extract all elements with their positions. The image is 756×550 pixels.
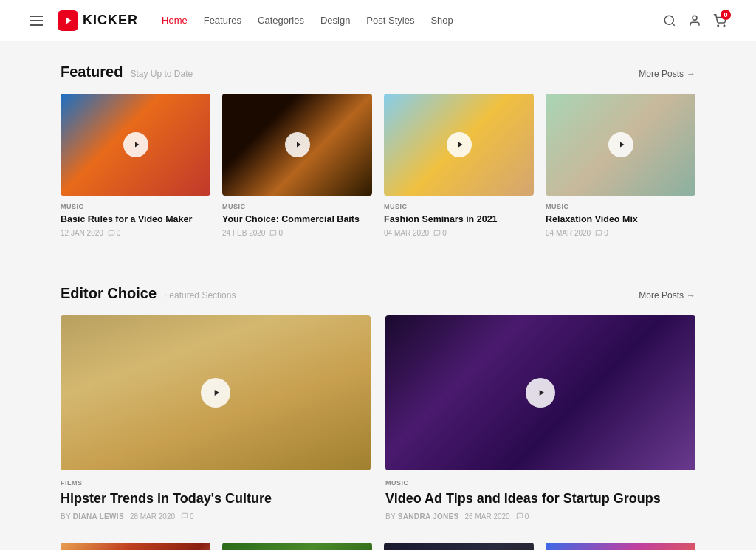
editor-card-title-0: Hipster Trends in Today's Culture	[61, 490, 371, 507]
svg-point-0	[664, 16, 673, 24]
editor-meta-1: BY SANDRA JONES 26 MAR 2020 0	[385, 512, 695, 520]
bottom-thumb-3	[546, 543, 695, 550]
featured-card-3[interactable]: MUSIC Relaxation Video Mix 04 MAR 2020 0	[546, 94, 695, 237]
bottom-thumb-2	[384, 543, 534, 550]
header-left: KICKER Home Features Categories Design P…	[30, 10, 453, 31]
featured-card-0[interactable]: MUSIC Basic Rules for a Video Maker 12 J…	[61, 94, 210, 237]
comment-icon-3: 0	[595, 229, 608, 237]
header: KICKER Home Features Categories Design P…	[0, 0, 756, 41]
nav-home[interactable]: Home	[162, 15, 188, 26]
featured-card-1[interactable]: MUSIC Your Choice: Commercial Baits 24 F…	[222, 94, 372, 237]
featured-thumb-0	[61, 94, 210, 196]
logo-text: KICKER	[83, 13, 138, 28]
editor-category-1: MUSIC	[385, 479, 695, 487]
editor-card-1[interactable]: MUSIC Video Ad Tips and Ideas for Startu…	[385, 315, 695, 520]
play-button-1[interactable]	[285, 132, 310, 157]
svg-point-4	[724, 25, 725, 27]
editor-subtitle: Featured Sections	[164, 290, 236, 300]
featured-more-posts[interactable]: More Posts →	[639, 69, 695, 79]
featured-grid: MUSIC Basic Rules for a Video Maker 12 J…	[61, 94, 695, 237]
card-meta-0: 12 JAN 2020 0	[61, 229, 210, 237]
bottom-thumb-1	[222, 543, 372, 550]
comment-icon-1: 0	[269, 229, 283, 237]
play-logo-icon	[62, 15, 74, 27]
editor-thumb-1	[385, 315, 695, 470]
editor-comment-icon-0: 0	[181, 512, 194, 520]
editor-thumb-0	[61, 315, 371, 470]
featured-thumb-2	[384, 94, 534, 196]
bottom-card-2[interactable]	[384, 543, 534, 550]
comment-icon-2: 0	[433, 229, 447, 237]
editor-play-0[interactable]	[201, 378, 230, 408]
editor-category-0: FILMS	[61, 479, 371, 487]
editor-meta-0: BY DIANA LEWIS 28 MAR 2020 0	[61, 512, 371, 520]
logo[interactable]: KICKER	[58, 10, 138, 31]
play-button-3[interactable]	[608, 132, 633, 157]
play-button-0[interactable]	[123, 132, 148, 157]
card-category-0: MUSIC	[61, 203, 210, 210]
card-category-3: MUSIC	[546, 203, 695, 210]
card-meta-3: 04 MAR 2020 0	[546, 229, 695, 237]
card-meta-1: 24 FEB 2020 0	[222, 229, 372, 237]
editor-card-title-1: Video Ad Tips and Ideas for Startup Grou…	[385, 490, 695, 507]
card-title-0: Basic Rules for a Video Maker	[61, 213, 210, 225]
user-icon[interactable]	[688, 14, 701, 27]
bottom-card-0[interactable]	[61, 543, 210, 550]
play-button-2[interactable]	[447, 132, 472, 157]
svg-line-1	[672, 23, 674, 25]
nav-post-styles[interactable]: Post Styles	[366, 15, 414, 26]
featured-subtitle: Stay Up to Date	[130, 69, 193, 79]
card-title-1: Your Choice: Commercial Baits	[222, 213, 372, 225]
section-divider	[61, 264, 695, 264]
comment-icon-0: 0	[108, 229, 121, 237]
bottom-thumb-0	[61, 543, 210, 550]
cart-icon[interactable]: 0	[713, 14, 726, 27]
card-title-3: Relaxation Video Mix	[546, 213, 695, 225]
header-right: 0	[663, 14, 726, 27]
editor-more-posts[interactable]: More Posts →	[639, 290, 695, 300]
featured-thumb-1	[222, 94, 372, 196]
card-title-2: Fashion Seminars in 2021	[384, 213, 534, 225]
bottom-card-1[interactable]	[222, 543, 372, 550]
svg-point-2	[693, 16, 697, 20]
editor-title: Editor Choice	[61, 285, 157, 302]
editor-play-1[interactable]	[526, 378, 555, 408]
main-content: Featured Stay Up to Date More Posts → MU…	[46, 41, 710, 550]
cart-count: 0	[721, 10, 731, 20]
featured-card-2[interactable]: MUSIC Fashion Seminars in 2021 04 MAR 20…	[384, 94, 534, 237]
nav-design[interactable]: Design	[320, 15, 350, 26]
svg-point-3	[718, 25, 719, 27]
editor-comment-icon-1: 0	[516, 512, 529, 520]
nav-shop[interactable]: Shop	[430, 15, 453, 26]
editor-grid: FILMS Hipster Trends in Today's Culture …	[61, 315, 695, 520]
card-meta-2: 04 MAR 2020 0	[384, 229, 534, 237]
nav-features[interactable]: Features	[204, 15, 241, 26]
featured-title: Featured	[61, 63, 123, 80]
featured-thumb-3	[546, 94, 695, 196]
hamburger-menu[interactable]	[30, 16, 43, 26]
nav-categories[interactable]: Categories	[258, 15, 304, 26]
card-category-1: MUSIC	[222, 203, 372, 210]
logo-icon	[58, 10, 78, 31]
editor-card-0[interactable]: FILMS Hipster Trends in Today's Culture …	[61, 315, 371, 520]
search-icon[interactable]	[663, 14, 676, 27]
featured-section-header: Featured Stay Up to Date More Posts →	[61, 63, 695, 80]
editor-section-header: Editor Choice Featured Sections More Pos…	[61, 285, 695, 302]
bottom-grid	[61, 543, 695, 550]
main-nav: Home Features Categories Design Post Sty…	[162, 15, 453, 26]
card-category-2: MUSIC	[384, 203, 534, 210]
bottom-card-3[interactable]	[546, 543, 695, 550]
